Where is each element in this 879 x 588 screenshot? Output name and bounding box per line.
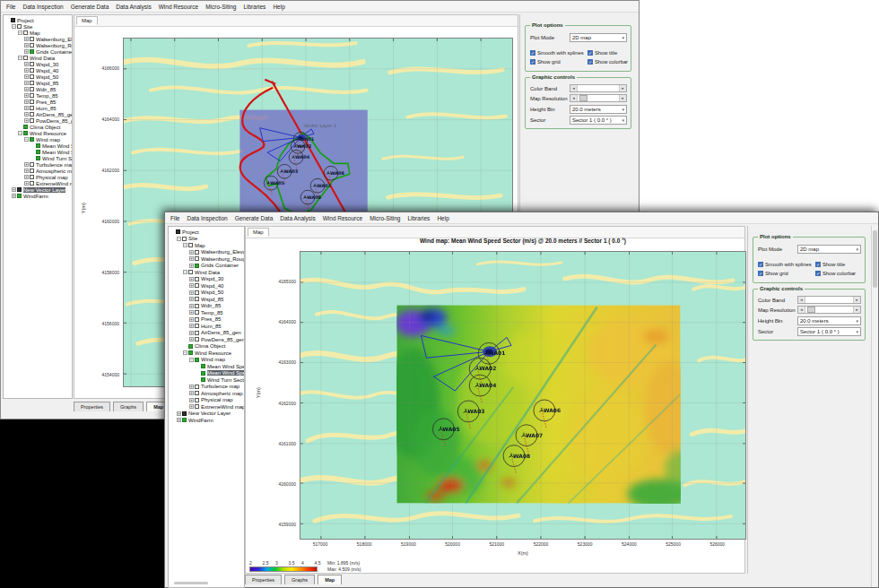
tree-item-project[interactable]: Project: [169, 229, 244, 236]
tree-node-icon[interactable]: [195, 404, 199, 409]
slider-track[interactable]: [805, 307, 853, 313]
slider-track[interactable]: [578, 85, 619, 91]
expand-icon[interactable]: +: [189, 385, 194, 389]
collapse-icon[interactable]: −: [18, 56, 22, 60]
tree-node-icon[interactable]: [195, 297, 199, 301]
tree-node-icon[interactable]: [188, 350, 193, 355]
tree-node-icon[interactable]: [195, 290, 199, 295]
tree-item-walsenburg-roughnessmap[interactable]: +Walsenburg_RoughnessMap: [169, 255, 244, 263]
panel-vertical-scrollbar[interactable]: [871, 226, 878, 587]
collapse-icon[interactable]: −: [183, 350, 187, 355]
menu-help[interactable]: Help: [269, 4, 288, 10]
tree-node-icon[interactable]: [182, 237, 187, 241]
expand-icon[interactable]: +: [189, 331, 194, 335]
arrow-left-icon[interactable]: ◄: [798, 307, 805, 313]
tree-item-wspd-50[interactable]: +Wspd_50: [169, 290, 244, 297]
expand-icon[interactable]: +: [24, 87, 29, 91]
tree-item-airdens-85-gen[interactable]: +AirDens_85_gen: [4, 111, 72, 117]
arrow-right-icon[interactable]: ►: [619, 95, 626, 101]
tab-map-document[interactable]: Map: [76, 16, 98, 25]
tree-node-icon[interactable]: [195, 256, 199, 261]
tree-node-icon[interactable]: [30, 99, 34, 104]
tree-node-icon[interactable]: [195, 304, 199, 308]
tree-item-wind-map[interactable]: −Wind map: [169, 357, 244, 364]
checkbox-checked-icon[interactable]: ✓: [758, 271, 763, 276]
expand-icon[interactable]: +: [189, 250, 194, 255]
tree-item-new-vector-layer[interactable]: +New Vector Layer: [169, 411, 244, 418]
tree-node-icon[interactable]: [30, 74, 34, 79]
map-resolution-slider[interactable]: ◄ ►: [797, 306, 861, 314]
expand-icon[interactable]: +: [24, 175, 29, 179]
tree-item-map[interactable]: −Map: [4, 30, 72, 36]
expand-icon[interactable]: +: [12, 194, 16, 198]
expand-icon[interactable]: +: [24, 62, 29, 66]
checkbox-show-colorbar[interactable]: ✓Show colorbar: [587, 59, 628, 65]
checkbox-checked-icon[interactable]: ✓: [815, 262, 821, 267]
tree-item-map[interactable]: −Map: [169, 242, 244, 249]
tree-item-wind-resource[interactable]: −Wind Resource: [169, 350, 244, 357]
tree-item-powdens-85-gen[interactable]: +PowDens_85_gen: [4, 117, 72, 124]
tree-item-site[interactable]: −Site: [4, 23, 72, 30]
tab-properties[interactable]: Properties: [74, 402, 110, 411]
menu-help[interactable]: Help: [433, 215, 452, 221]
tree-node-icon[interactable]: [30, 181, 34, 186]
collapse-icon[interactable]: −: [24, 137, 29, 142]
tree-node-icon[interactable]: [182, 418, 187, 422]
tree-item-wind-turn-sector[interactable]: Wind Turn Sector: [4, 155, 72, 161]
height-bin-select[interactable]: 20.0 meters ▾: [570, 105, 627, 114]
tree-node-icon[interactable]: [30, 81, 34, 85]
tree-item-clima-object[interactable]: Clima Object: [4, 124, 72, 130]
menu-micro-siting[interactable]: Micro-Siting: [366, 215, 404, 221]
tree-node-icon[interactable]: [188, 243, 193, 247]
tree-item-wind-turn-sector[interactable]: Wind Turn Sector: [169, 376, 244, 384]
tree-node-icon[interactable]: [195, 324, 199, 328]
tree-item-mean-wind-speed[interactable]: Mean Wind Speed: [169, 363, 244, 370]
sector-select[interactable]: Sector 1 ( 0.0 ° ) ▾: [797, 327, 861, 336]
tree-item-mean-wind-speed-sec[interactable]: Mean Wind Speed Sec: [4, 149, 72, 155]
tree-node-icon[interactable]: [195, 358, 199, 362]
tree-node-icon[interactable]: [188, 344, 193, 349]
tree-item-wind-map[interactable]: −Wind map: [4, 136, 72, 143]
tree-node-icon[interactable]: [17, 24, 22, 29]
tab-graphs[interactable]: Graphs: [284, 575, 315, 584]
tree-node-icon[interactable]: [195, 331, 199, 335]
slider-thumb[interactable]: [579, 95, 587, 101]
menu-data-analysis[interactable]: Data Analysis: [112, 4, 154, 10]
tree-node-icon[interactable]: [30, 137, 34, 142]
tree-item-windfarm[interactable]: +WindFarm: [4, 193, 72, 199]
menu-file[interactable]: File: [3, 4, 19, 10]
tree-node-icon[interactable]: [195, 310, 199, 315]
checkbox-checked-icon[interactable]: ✓: [587, 50, 593, 56]
tree-item-extremewind-map[interactable]: +ExtremeWind map: [4, 180, 72, 186]
scrollbar-thumb[interactable]: [873, 230, 877, 288]
tree-node-icon[interactable]: [30, 112, 34, 117]
expand-icon[interactable]: +: [189, 256, 194, 261]
tree-item-pres-85[interactable]: +Pres_85: [169, 316, 244, 324]
tree-node-icon[interactable]: [30, 93, 34, 98]
tree-item-wspd-85[interactable]: +Wspd_85: [4, 80, 72, 86]
tree-item-grids-container[interactable]: +Grids Container: [169, 263, 244, 270]
tree-node-icon[interactable]: [195, 277, 199, 281]
checkbox-show-grid[interactable]: ✓Show grid: [530, 59, 561, 65]
tree-item-pres-85[interactable]: +Pres_85: [4, 99, 72, 105]
tree-node-icon[interactable]: [17, 187, 22, 192]
menu-data-inspection[interactable]: Data Inspection: [183, 215, 231, 221]
front-app-window[interactable]: FileData InspectionGenerate DataData Ana…: [164, 212, 879, 588]
tree-node-icon[interactable]: [36, 156, 40, 160]
tree-item-turbulence-map[interactable]: +Turbulence map: [4, 161, 72, 168]
expand-icon[interactable]: +: [24, 112, 29, 117]
tab-graphs[interactable]: Graphs: [113, 402, 144, 411]
tree-node-icon[interactable]: [30, 106, 34, 110]
checkbox-show-title[interactable]: ✓Show title: [815, 262, 845, 267]
checkbox-checked-icon[interactable]: ✓: [530, 50, 535, 56]
expand-icon[interactable]: +: [24, 68, 29, 73]
expand-icon[interactable]: +: [24, 74, 29, 79]
tree-node-icon[interactable]: [23, 56, 28, 60]
expand-icon[interactable]: +: [177, 418, 181, 422]
expand-icon[interactable]: +: [189, 317, 194, 322]
expand-icon[interactable]: +: [24, 169, 29, 173]
tree-item-windfarm[interactable]: +WindFarm: [169, 417, 244, 424]
expand-icon[interactable]: +: [177, 411, 181, 416]
tree-item-wspd-40[interactable]: +Wspd_40: [169, 282, 244, 290]
tree-node-icon[interactable]: [30, 169, 34, 173]
